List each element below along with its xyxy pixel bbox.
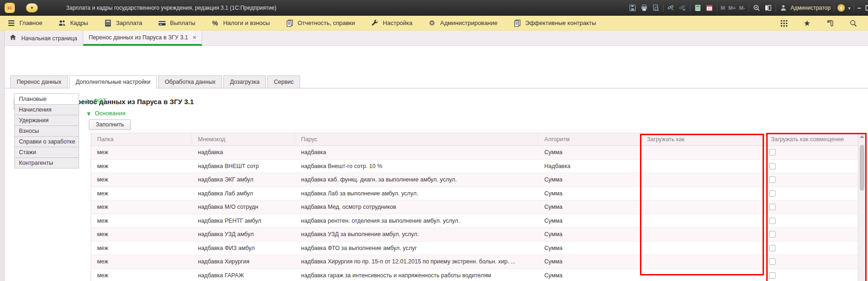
cell-parus: надбавка Внешт-го сотр. 10 %	[295, 160, 538, 173]
table-row[interactable]: межнадбавка ГАРАЖнадбавка гараж за интен…	[91, 269, 858, 281]
menu-item-vyplaty[interactable]: Выплаты	[158, 19, 196, 27]
scrollbar-thumb[interactable]	[860, 145, 864, 191]
search-icon[interactable]	[849, 19, 858, 28]
sidebar-item-planovye[interactable]: Плановые	[14, 94, 79, 105]
cell-papka: меж	[91, 269, 192, 281]
star-icon[interactable]: ★	[802, 19, 812, 28]
sidebar-item-vznosy[interactable]: Взносы	[14, 125, 79, 137]
vertical-scrollbar[interactable]	[858, 133, 866, 281]
sovmeshchenie-checkbox[interactable]	[769, 149, 776, 156]
cell-mnemokod: надбавка ГАРАЖ	[192, 269, 295, 281]
sidebar-item-spravki-o-zarabotke[interactable]: Справки о заработке	[14, 136, 79, 147]
content-tab-obrabotka-dannyh[interactable]: Обработка данных	[158, 75, 222, 88]
fill-button[interactable]: Заполнить	[89, 119, 131, 130]
cell-zagruzhat-kak[interactable]	[641, 173, 765, 187]
menu-item-administrirovanie[interactable]: ⚙Администрирование	[428, 19, 498, 27]
menu-item-otchetnost[interactable]: Отчетность, справки	[286, 19, 355, 27]
cell-zagruzhat-kak[interactable]	[641, 269, 765, 281]
print-preview-icon[interactable]	[652, 4, 660, 12]
scroll-up-arrow-icon[interactable]	[860, 135, 864, 138]
caret-down-icon[interactable]: ▾	[848, 6, 850, 11]
hamburger-icon	[7, 19, 15, 27]
column-header-6[interactable]: Загружать как совмещение	[765, 133, 859, 145]
table-row[interactable]: межнадбавка ФИЗ амбулнадбавка ФТО за вып…	[91, 242, 858, 256]
table-row[interactable]: межнадбавка Лаб амбулнадбавка Лаб за вып…	[91, 187, 858, 201]
history-icon[interactable]	[825, 19, 835, 28]
table-row[interactable]: межнадбавканадбавкаСумма	[91, 146, 858, 160]
sovmeshchenie-checkbox[interactable]	[769, 190, 776, 197]
cell-zagruzhat-kak[interactable]	[641, 228, 765, 241]
column-header-5[interactable]: Загружать как	[641, 133, 765, 145]
table-row[interactable]: межнадбавка ЭКГ амбулнадбавка каб. функц…	[91, 173, 858, 187]
split-view-icon[interactable]	[764, 4, 772, 12]
section-fot-label: ФОТ	[93, 97, 106, 104]
minimize-button[interactable]: –	[857, 4, 861, 12]
link-open-icon[interactable]	[667, 4, 675, 12]
cell-algoritm: Сумма	[538, 255, 641, 269]
content-tab-servis[interactable]: Сервис	[267, 75, 300, 88]
home-icon	[9, 34, 17, 43]
column-header-4[interactable]: Алгоритм	[538, 133, 641, 145]
menu-item-nalogi[interactable]: %Налоги и взносы	[211, 19, 270, 27]
sovmeshchenie-checkbox[interactable]	[769, 218, 776, 224]
memory-m-button[interactable]: M	[720, 5, 725, 11]
memory-m-minus-button[interactable]: M-	[739, 5, 745, 11]
menu-item-kontrakty[interactable]: Эффективные контракты	[513, 19, 596, 27]
calculator-icon[interactable]	[694, 4, 702, 12]
maximize-button[interactable]	[864, 4, 868, 12]
close-icon[interactable]: ×	[193, 34, 197, 41]
titlebar-separator	[834, 4, 834, 12]
sovmeshchenie-checkbox[interactable]	[769, 176, 776, 183]
menu-item-glavnoe[interactable]: Главное	[7, 19, 43, 27]
menu-item-kadry[interactable]: Кадры	[58, 19, 88, 27]
cell-zagruzhat-kak[interactable]	[641, 255, 765, 269]
chevron-down-icon: ∨	[86, 110, 91, 117]
section-osnovaniya[interactable]: ∨ Основания	[86, 110, 125, 117]
content-tab-perenos-dannyh[interactable]: Перенос данных	[10, 75, 68, 88]
sidebar-item-nachisleniya[interactable]: Начисления	[14, 104, 79, 115]
cell-zagruzhat-kak[interactable]	[641, 160, 765, 173]
titlebar-separator	[690, 4, 690, 12]
grid-menu-icon[interactable]	[779, 19, 788, 28]
cell-zagruzhat-kak[interactable]	[641, 187, 765, 200]
content-tab-dopolnitelnye-nastroyki[interactable]: Дополнительные настройки	[69, 75, 157, 88]
link-print-icon[interactable]	[678, 4, 687, 12]
current-user-label[interactable]: Администратор	[791, 5, 831, 11]
table-row[interactable]: межнадбавка ВНЕШТ сотрнадбавка Внешт-го …	[91, 160, 858, 174]
cell-zagruzhat-kak[interactable]	[641, 242, 765, 255]
cell-zagruzhat-kak[interactable]	[641, 146, 765, 159]
sovmeshchenie-checkbox[interactable]	[769, 163, 776, 169]
table-row[interactable]: межнадбавка М/О сотрудннадбавка Мед. осм…	[91, 200, 858, 214]
section-fot[interactable]: > ФОТ	[86, 97, 106, 104]
column-header-2[interactable]: Мнемокод	[192, 133, 295, 145]
table-row[interactable]: межнадбавка Хирургиянадбавка Хирургия по…	[91, 255, 858, 269]
cell-papka: меж	[91, 173, 192, 187]
sidebar-item-uderzhaniya[interactable]: Удержания	[14, 115, 79, 126]
save-icon[interactable]	[628, 4, 637, 12]
sovmeshchenie-checkbox[interactable]	[769, 258, 776, 265]
table-row[interactable]: межнадбавка УЗД амбулнадбавка УЗД за вып…	[91, 228, 858, 242]
memory-m-plus-button[interactable]: M+	[728, 5, 736, 11]
sidebar-item-kontragenty[interactable]: Контрагенты	[14, 157, 79, 169]
table-row[interactable]: межнадбавка РЕНТГ амбулнадбавка рентген.…	[91, 214, 858, 228]
content-tab-dozagruzka[interactable]: Дозагрузка	[223, 75, 266, 88]
sovmeshchenie-checkbox[interactable]	[769, 204, 776, 210]
sovmeshchenie-checkbox[interactable]	[769, 231, 776, 237]
cell-zagruzhat-kak[interactable]	[641, 200, 765, 214]
sovmeshchenie-checkbox[interactable]	[769, 245, 776, 251]
sidebar-item-stazhi[interactable]: Стажи	[14, 147, 79, 158]
calendar-icon[interactable]: 31	[705, 4, 714, 12]
sovmeshchenie-checkbox[interactable]	[769, 272, 776, 279]
tab-perenos-dannyh[interactable]: Перенос данных из Паруса в ЗГУ 3.1 ×	[83, 31, 202, 46]
tab-home-page[interactable]: Начальная страница	[5, 31, 83, 46]
column-header-3[interactable]: Парус	[295, 133, 538, 145]
print-icon[interactable]	[640, 4, 648, 12]
menu-item-nastroyka[interactable]: Настройка	[371, 19, 412, 27]
main-menu-dropdown-button[interactable]: ▼	[26, 3, 38, 12]
cell-zagruzhat-kak[interactable]	[641, 214, 765, 228]
info-icon[interactable]: i	[837, 4, 845, 12]
column-header-1[interactable]: Папка	[91, 133, 192, 145]
zoom-in-icon[interactable]	[752, 4, 761, 12]
menu-item-zarplata[interactable]: Зарплата	[104, 19, 142, 27]
cell-mnemokod: надбавка Лаб амбул	[192, 187, 295, 200]
